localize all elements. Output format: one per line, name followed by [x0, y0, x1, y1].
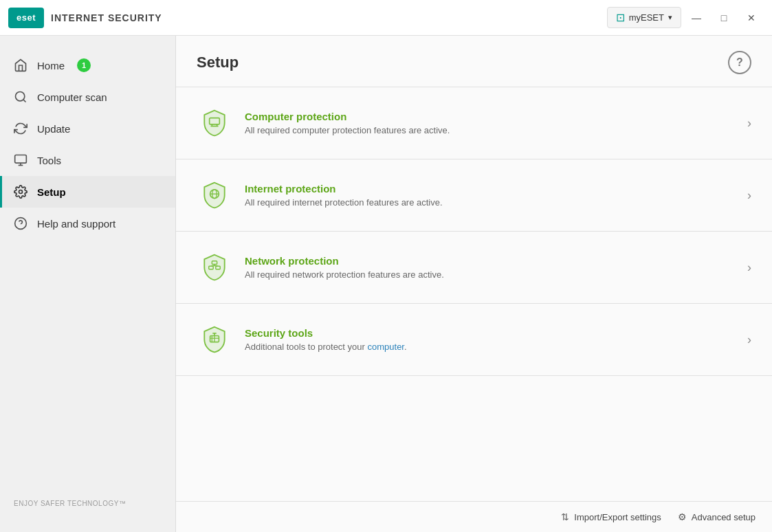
close-button[interactable]: ✕	[739, 7, 764, 29]
sidebar-item-home[interactable]: Home 1	[0, 49, 175, 81]
page-title: Setup	[197, 54, 239, 71]
sidebar-tagline: ENJOY SAFER TECHNOLOGY™	[0, 489, 175, 518]
sidebar-item-help-support[interactable]: Help and support	[0, 208, 175, 239]
sidebar-label-home: Home	[37, 60, 65, 71]
setup-item-text-security: Security tools Additional tools to prote…	[245, 327, 747, 352]
minimize-button[interactable]: —	[684, 7, 709, 29]
svg-point-0	[16, 92, 25, 101]
setup-item-security-tools[interactable]: Security tools Additional tools to prote…	[176, 304, 772, 376]
advanced-setup-icon: ⚙	[678, 511, 687, 522]
myeset-icon: ⊡	[616, 11, 625, 24]
titlebar-controls: ⊡ myESET ▾ — □ ✕	[607, 7, 764, 29]
main-layout: Home 1 Computer scan Update Tools	[0, 36, 772, 532]
security-tools-link: computer	[368, 342, 404, 352]
import-export-label: Import/Export settings	[574, 512, 661, 522]
content-footer: ⇅ Import/Export settings ⚙ Advanced setu…	[176, 501, 772, 532]
import-export-icon: ⇅	[561, 511, 569, 522]
sidebar-label-help: Help and support	[37, 218, 115, 230]
shield-monitor-icon	[197, 105, 232, 141]
shield-network-icon	[197, 250, 232, 285]
computer-protection-title: Computer protection	[245, 111, 747, 122]
security-tools-title: Security tools	[245, 327, 747, 339]
setup-item-network-protection[interactable]: Network protection All required network …	[176, 232, 772, 304]
chevron-right-icon-4: ›	[747, 333, 751, 347]
sidebar-label-tools: Tools	[37, 155, 61, 166]
import-export-button[interactable]: ⇅ Import/Export settings	[561, 511, 661, 522]
sidebar-label-setup: Setup	[37, 186, 66, 198]
internet-protection-title: Internet protection	[245, 183, 747, 195]
content-area: Setup ? Computer protection	[175, 36, 772, 532]
advanced-setup-button[interactable]: ⚙ Advanced setup	[678, 511, 756, 522]
titlebar: eset INTERNET SECURITY ⊡ myESET ▾ — □ ✕	[0, 0, 772, 36]
myeset-button[interactable]: ⊡ myESET ▾	[607, 7, 681, 28]
chevron-right-icon-3: ›	[747, 261, 751, 275]
sidebar-label-update: Update	[37, 123, 70, 135]
shield-globe-icon	[197, 177, 232, 213]
sidebar-item-computer-scan[interactable]: Computer scan	[0, 81, 175, 113]
setup-icon	[14, 185, 27, 199]
setup-item-text-internet: Internet protection All required interne…	[245, 183, 747, 208]
chevron-right-icon-2: ›	[747, 188, 751, 203]
app-branding: eset INTERNET SECURITY	[8, 8, 162, 28]
setup-list: Computer protection All required compute…	[176, 87, 772, 501]
sidebar-item-update[interactable]: Update	[0, 113, 175, 144]
update-icon	[14, 122, 27, 135]
home-icon	[14, 58, 27, 72]
network-protection-desc: All required network protection features…	[245, 269, 747, 280]
setup-item-internet-protection[interactable]: Internet protection All required interne…	[176, 159, 772, 232]
sidebar-nav: Home 1 Computer scan Update Tools	[0, 49, 175, 239]
computer-protection-desc: All required computer protection feature…	[245, 125, 747, 135]
chevron-right-icon-1: ›	[747, 116, 751, 131]
svg-rect-2	[15, 155, 27, 164]
myeset-label: myESET	[629, 12, 664, 23]
myeset-chevron-icon: ▾	[668, 13, 672, 22]
advanced-setup-label: Advanced setup	[692, 512, 756, 522]
svg-line-19	[211, 265, 214, 266]
svg-point-5	[19, 190, 23, 194]
shield-tools-icon	[197, 322, 232, 357]
help-icon	[14, 217, 27, 230]
tools-icon	[14, 153, 27, 167]
setup-item-text-network: Network protection All required network …	[245, 255, 747, 280]
computer-scan-icon	[14, 90, 27, 104]
content-header: Setup ?	[176, 36, 772, 87]
setup-item-computer-protection[interactable]: Computer protection All required compute…	[176, 87, 772, 159]
app-title: INTERNET SECURITY	[51, 12, 162, 23]
sidebar: Home 1 Computer scan Update Tools	[0, 36, 175, 532]
home-badge: 1	[77, 58, 91, 72]
network-protection-title: Network protection	[245, 255, 747, 267]
help-button[interactable]: ?	[728, 51, 751, 74]
eset-logo: eset	[8, 8, 44, 28]
svg-line-20	[214, 265, 218, 266]
security-tools-desc: Additional tools to protect your compute…	[245, 342, 747, 352]
sidebar-label-scan: Computer scan	[37, 91, 107, 103]
sidebar-item-setup[interactable]: Setup	[0, 176, 175, 208]
sidebar-item-tools[interactable]: Tools	[0, 144, 175, 176]
setup-item-text-computer: Computer protection All required compute…	[245, 111, 747, 135]
maximize-button[interactable]: □	[712, 7, 736, 29]
internet-protection-desc: All required internet protection feature…	[245, 197, 747, 208]
svg-line-1	[23, 100, 26, 102]
